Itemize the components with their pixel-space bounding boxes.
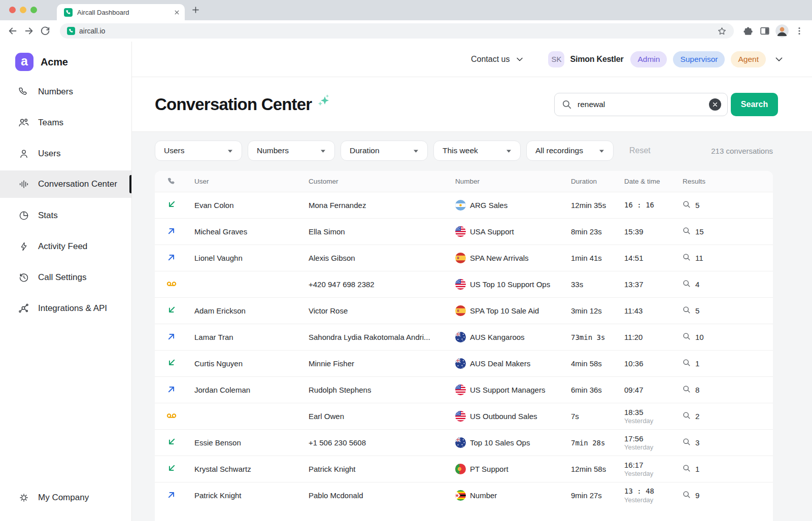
duration-cell: 9min 27s xyxy=(564,491,617,500)
table-row[interactable]: Curtis Nguyen Minnie Fisher AUS Deal Mak… xyxy=(155,350,773,376)
results-cell[interactable]: 11 xyxy=(675,253,773,263)
time-label: 14:51 xyxy=(624,254,675,262)
url-bar[interactable]: aircall.io xyxy=(60,23,734,39)
back-button[interactable] xyxy=(7,25,18,37)
table-row[interactable]: Jordan Coleman Rudolph Stephens US Suppo… xyxy=(155,376,773,403)
results-count: 2 xyxy=(695,412,699,421)
bookmark-star-icon[interactable] xyxy=(717,26,727,36)
flag-us-icon xyxy=(455,385,466,395)
new-tab-button[interactable] xyxy=(192,6,199,16)
results-cell[interactable]: 4 xyxy=(675,280,773,289)
flag-ar-icon xyxy=(455,200,466,211)
results-cell[interactable]: 9 xyxy=(675,491,773,500)
inbound-call-icon xyxy=(167,464,176,474)
results-count: 1 xyxy=(695,359,699,368)
datetime-cell: 16 : 16 xyxy=(617,201,675,209)
user-avatar[interactable]: SK xyxy=(548,51,564,67)
table-row[interactable]: Adam Erickson Victor Rose SPA Top 10 Sal… xyxy=(155,297,773,324)
filter-label: Users xyxy=(164,146,184,155)
results-cell[interactable]: 2 xyxy=(675,411,773,421)
browser-tab[interactable]: Aircall Dashboard xyxy=(57,4,185,20)
date-label: Yesterday xyxy=(624,496,675,504)
forward-button[interactable] xyxy=(23,25,35,37)
filter-dropdown-users[interactable]: Users xyxy=(155,141,242,161)
app-header: Contact us SK Simon Kestler AdminSupervi… xyxy=(132,42,812,77)
sidebar-item-activity-feed[interactable]: Activity Feed xyxy=(0,231,131,262)
datetime-cell: 11:43 xyxy=(617,306,675,315)
table-row[interactable]: Essie Benson +1 506 230 5608 Top 10 Sale… xyxy=(155,429,773,456)
table-row[interactable]: +420 947 698 2382 US Top 10 Support Ops … xyxy=(155,271,773,297)
browser-profile-avatar[interactable] xyxy=(775,24,789,38)
filter-dropdown-numbers[interactable]: Numbers xyxy=(248,141,335,161)
results-cell[interactable]: 3 xyxy=(675,438,773,447)
clear-search-button[interactable] xyxy=(709,98,721,111)
extensions-icon[interactable] xyxy=(743,25,754,37)
table-row[interactable]: Lamar Tran Sahondra Lydia Rakotomala And… xyxy=(155,324,773,350)
results-cell[interactable]: 1 xyxy=(675,464,773,474)
table-row[interactable]: Krystal Schwartz Patrick Knight PT Suppo… xyxy=(155,456,773,482)
results-cell[interactable]: 5 xyxy=(675,306,773,316)
results-cell[interactable]: 15 xyxy=(675,227,773,236)
sidebar-item-users[interactable]: Users xyxy=(0,138,131,169)
customer-cell: Rudolph Stephens xyxy=(301,386,448,394)
window-controls[interactable] xyxy=(9,7,37,13)
table-row[interactable]: Earl Owen US Outbound Sales 7s 18:35 Yes… xyxy=(155,403,773,429)
number-cell: USA Support xyxy=(448,226,564,237)
filter-dropdown-all-recordings[interactable]: All recordings xyxy=(526,141,614,161)
role-badges: AdminSupervisorAgent xyxy=(630,51,766,67)
sidebar-item-stats[interactable]: Stats xyxy=(0,200,131,231)
results-cell[interactable]: 1 xyxy=(675,359,773,368)
maximize-window-button[interactable] xyxy=(30,7,37,13)
sidebar-item-teams[interactable]: Teams xyxy=(0,107,131,138)
reload-button[interactable] xyxy=(40,25,51,37)
minimize-window-button[interactable] xyxy=(20,7,26,13)
search-button[interactable]: Search xyxy=(731,93,778,116)
tab-title: Aircall Dashboard xyxy=(77,9,170,16)
results-cell[interactable]: 5 xyxy=(675,200,773,210)
user-cell: Micheal Graves xyxy=(188,227,301,236)
sidebar-footer: My Company xyxy=(0,482,131,513)
caret-down-icon xyxy=(320,146,326,155)
number-label: SPA New Arrivals xyxy=(470,254,529,262)
table-row[interactable]: Evan Colon Mona Fernandez ARG Sales 12mi… xyxy=(155,192,773,218)
voicemail-icon xyxy=(166,412,177,421)
sidebar-item-numbers[interactable]: Numbers xyxy=(0,76,131,107)
filter-dropdown-this-week[interactable]: This week xyxy=(433,141,521,161)
teams-icon xyxy=(18,117,29,128)
filter-dropdown-duration[interactable]: Duration xyxy=(341,141,428,161)
magnifier-icon xyxy=(683,491,691,500)
number-cell: US Outbound Sales xyxy=(448,411,564,422)
search-input[interactable] xyxy=(578,100,703,109)
user-cell: Essie Benson xyxy=(188,438,301,447)
contact-us-menu[interactable]: Contact us xyxy=(471,55,524,64)
caret-down-icon xyxy=(599,146,604,155)
sidebar-item-label: My Company xyxy=(38,493,89,503)
number-label: ARG Sales xyxy=(470,201,507,210)
reset-filters-button[interactable]: Reset xyxy=(629,146,651,155)
sidebar-item-conversation-center[interactable]: Conversation Center xyxy=(0,170,131,198)
datetime-cell: 18:35 Yesterday xyxy=(617,408,675,425)
number-cell: US Support Managers xyxy=(448,385,564,395)
magnifier-icon xyxy=(683,359,691,368)
number-label: SPA Top 10 Sale Aid xyxy=(470,306,539,315)
chevron-down-icon xyxy=(516,55,524,63)
side-panel-icon[interactable] xyxy=(759,25,770,37)
conversation-count: 213 conversations xyxy=(711,147,773,155)
close-window-button[interactable] xyxy=(9,7,16,13)
datetime-cell: 11:20 xyxy=(617,333,675,341)
table-row[interactable]: Lionel Vaughn Alexis Gibson SPA New Arri… xyxy=(155,245,773,271)
browser-menu-icon[interactable] xyxy=(794,25,805,37)
datetime-cell: 17:56 Yesterday xyxy=(617,434,675,451)
tab-close-icon[interactable] xyxy=(174,10,180,15)
results-cell[interactable]: 10 xyxy=(675,332,773,342)
user-menu-chevron-icon[interactable] xyxy=(774,55,784,64)
results-cell[interactable]: 8 xyxy=(675,385,773,395)
table-row[interactable]: Patrick Knight Pablo Mcdonald Number 9mi… xyxy=(155,482,773,508)
sidebar-item-call-settings[interactable]: Call Settings xyxy=(0,262,131,293)
table-row[interactable]: Micheal Graves Ella Simon USA Support 8m… xyxy=(155,218,773,245)
sidebar-item-integrations-api[interactable]: Integrations & API xyxy=(0,293,131,324)
sidebar-item-my-company[interactable]: My Company xyxy=(0,482,131,513)
role-badge-admin: Admin xyxy=(630,51,667,67)
user-cell: Jordan Coleman xyxy=(188,386,301,394)
user-cell: Curtis Nguyen xyxy=(188,359,301,368)
